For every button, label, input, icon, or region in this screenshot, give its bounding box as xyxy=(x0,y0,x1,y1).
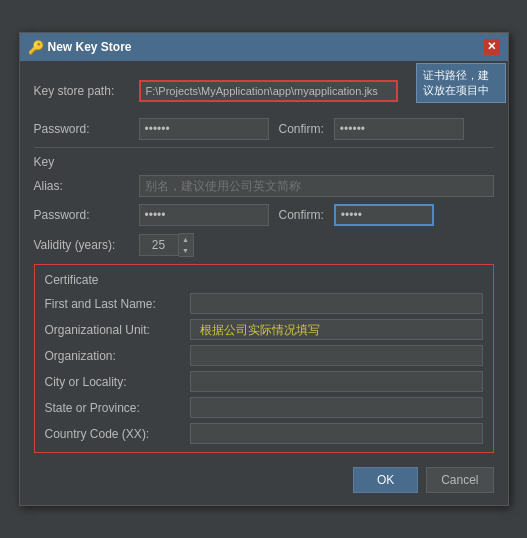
annotation-text: 证书路径，建议放在项目中 xyxy=(423,69,489,96)
dialog-body: Key store path: 证书路径，建议放在项目中 Password: C… xyxy=(20,61,508,506)
validity-row: Validity (years): ▲ ▼ xyxy=(34,233,494,257)
org-label: Organization: xyxy=(45,349,190,363)
close-button[interactable]: ✕ xyxy=(484,39,500,55)
org-unit-label: Organizational Unit: xyxy=(45,323,190,337)
city-input[interactable] xyxy=(190,371,483,392)
alias-label: Alias: xyxy=(34,179,139,193)
keystore-path-input[interactable] xyxy=(139,80,398,102)
org-unit-row: Organizational Unit: 根据公司实际情况填写 xyxy=(45,319,483,340)
city-label: City or Locality: xyxy=(45,375,190,389)
country-input[interactable] xyxy=(190,423,483,444)
state-input[interactable] xyxy=(190,397,483,418)
confirm-label: Confirm: xyxy=(279,122,324,136)
validity-input[interactable] xyxy=(139,234,179,256)
keystore-path-label: Key store path: xyxy=(34,84,139,98)
validity-label: Validity (years): xyxy=(34,238,139,252)
country-label: Country Code (XX): xyxy=(45,427,190,441)
validity-spinner: ▲ ▼ xyxy=(139,233,194,257)
confirm-input[interactable] xyxy=(334,118,464,140)
keystore-path-row: Key store path: 证书路径，建议放在项目中 xyxy=(34,71,494,112)
key-icon: 🔑 xyxy=(28,40,42,54)
key-password-row: Password: Confirm: xyxy=(34,204,494,226)
certificate-section-title: Certificate xyxy=(45,273,483,287)
alias-input[interactable] xyxy=(139,175,494,197)
spinner-up-button[interactable]: ▲ xyxy=(179,234,193,245)
state-row: State or Province: xyxy=(45,397,483,418)
org-input[interactable] xyxy=(190,345,483,366)
cancel-button[interactable]: Cancel xyxy=(426,467,493,493)
password-row: Password: Confirm: xyxy=(34,118,494,140)
annotation-bubble: 证书路径，建议放在项目中 xyxy=(416,63,506,104)
certificate-section: Certificate First and Last Name: Organiz… xyxy=(34,264,494,453)
titlebar: 🔑 New Key Store ✕ xyxy=(20,33,508,61)
footer: OK Cancel xyxy=(34,463,494,493)
password-label: Password: xyxy=(34,122,139,136)
country-row: Country Code (XX): xyxy=(45,423,483,444)
ok-button[interactable]: OK xyxy=(353,467,418,493)
key-confirm-label: Confirm: xyxy=(279,208,324,222)
first-last-input[interactable] xyxy=(190,293,483,314)
first-last-row: First and Last Name: xyxy=(45,293,483,314)
city-row: City or Locality: xyxy=(45,371,483,392)
key-confirm-input[interactable] xyxy=(334,204,434,226)
org-unit-input[interactable] xyxy=(190,319,483,340)
key-section-label: Key xyxy=(34,155,494,169)
first-last-label: First and Last Name: xyxy=(45,297,190,311)
key-password-input[interactable] xyxy=(139,204,269,226)
password-input[interactable] xyxy=(139,118,269,140)
state-label: State or Province: xyxy=(45,401,190,415)
spinner-buttons: ▲ ▼ xyxy=(179,233,194,257)
alias-row: Alias: xyxy=(34,175,494,197)
spinner-down-button[interactable]: ▼ xyxy=(179,245,193,256)
dialog-title: New Key Store xyxy=(48,40,478,54)
new-key-store-dialog: 🔑 New Key Store ✕ Key store path: 证书路径，建… xyxy=(19,32,509,507)
org-row: Organization: xyxy=(45,345,483,366)
key-password-label: Password: xyxy=(34,208,139,222)
